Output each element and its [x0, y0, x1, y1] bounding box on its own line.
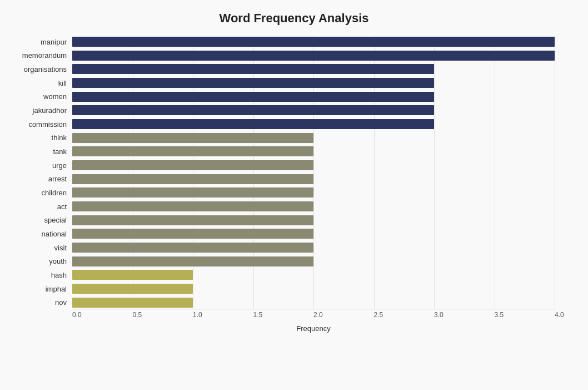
bar-row: memorandum: [72, 50, 555, 62]
bar-track: [72, 187, 555, 198]
bar-fill: [72, 133, 313, 143]
bar-track: [72, 92, 555, 102]
bar-track: [72, 160, 555, 170]
bar-row: tank: [72, 145, 555, 157]
bar-fill: [72, 298, 193, 308]
x-axis: 0.00.51.01.52.02.53.03.54.0 Frequency: [72, 309, 555, 337]
bar-track: [72, 51, 555, 61]
bar-track: [72, 105, 555, 115]
bar-row: visit: [72, 241, 555, 254]
bar-row: think: [72, 132, 555, 144]
bar-fill: [72, 229, 313, 239]
bar-track: [72, 229, 555, 239]
chart-container: Word Frequency Analysis manipurmemorandu…: [0, 0, 588, 390]
bar-row: kill: [72, 77, 555, 89]
bar-fill: [72, 146, 313, 156]
bar-label: act: [11, 203, 72, 211]
x-axis-line: [72, 309, 555, 309]
bar-label: national: [11, 230, 72, 238]
x-axis-label: Frequency: [72, 324, 555, 333]
bar-fill: [72, 64, 434, 74]
bar-fill: [72, 201, 313, 211]
bar-row: special: [72, 214, 555, 226]
bar-label: commission: [11, 120, 72, 129]
bar-row: act: [72, 200, 555, 213]
bar-fill: [72, 215, 313, 225]
bar-label: organisations: [11, 65, 72, 73]
bar-fill: [72, 160, 313, 170]
bar-row: manipur: [72, 36, 555, 48]
bar-fill: [72, 187, 313, 198]
bar-fill: [72, 174, 313, 184]
bar-label: jakuradhor: [11, 106, 72, 115]
bar-label: special: [11, 216, 72, 224]
bar-track: [72, 243, 555, 253]
bar-track: [72, 133, 555, 143]
chart-area: manipurmemorandumorganisationskillwomenj…: [72, 36, 555, 337]
bar-label: urge: [11, 161, 72, 170]
bar-fill: [72, 78, 434, 88]
bar-row: national: [72, 228, 555, 240]
bar-label: children: [11, 189, 72, 197]
bar-row: women: [72, 91, 555, 103]
bar-fill: [72, 284, 193, 294]
bar-label: visit: [11, 244, 72, 252]
bar-row: hash: [72, 269, 555, 281]
bar-fill: [72, 256, 313, 266]
bar-track: [72, 298, 555, 308]
bar-label: arrest: [11, 175, 72, 183]
bar-row: imphal: [72, 283, 555, 295]
bar-fill: [72, 270, 193, 280]
bar-label: memorandum: [11, 51, 72, 60]
bar-track: [72, 201, 555, 211]
bar-label: tank: [11, 147, 72, 156]
grid-line: [555, 36, 555, 309]
bar-track: [72, 78, 555, 88]
bar-label: imphal: [11, 285, 72, 293]
bar-fill: [72, 92, 434, 102]
bar-label: kill: [11, 79, 72, 87]
bar-row: arrest: [72, 173, 555, 185]
bar-row: youth: [72, 255, 555, 268]
bar-label: women: [11, 92, 72, 101]
bar-row: urge: [72, 159, 555, 171]
bar-label: think: [11, 134, 72, 142]
bar-track: [72, 119, 555, 129]
bar-row: children: [72, 186, 555, 199]
bar-track: [72, 215, 555, 225]
bar-track: [72, 37, 555, 47]
bar-track: [72, 256, 555, 266]
bar-row: organisations: [72, 63, 555, 75]
bar-row: nov: [72, 297, 555, 309]
bar-track: [72, 64, 555, 74]
bar-label: youth: [11, 257, 72, 265]
bar-track: [72, 146, 555, 156]
bar-fill: [72, 243, 313, 253]
bar-label: nov: [11, 298, 72, 307]
bar-fill: [72, 119, 434, 129]
bar-fill: [72, 51, 555, 61]
chart-title: Word Frequency Analysis: [33, 11, 555, 26]
bar-label: hash: [11, 271, 72, 279]
bar-label: manipur: [11, 38, 72, 46]
bar-row: jakuradhor: [72, 104, 555, 116]
bar-track: [72, 270, 555, 280]
bars-wrapper: manipurmemorandumorganisationskillwomenj…: [72, 36, 555, 309]
bar-track: [72, 284, 555, 294]
bar-fill: [72, 37, 555, 47]
bar-fill: [72, 105, 434, 115]
bar-row: commission: [72, 118, 555, 130]
bar-track: [72, 174, 555, 184]
